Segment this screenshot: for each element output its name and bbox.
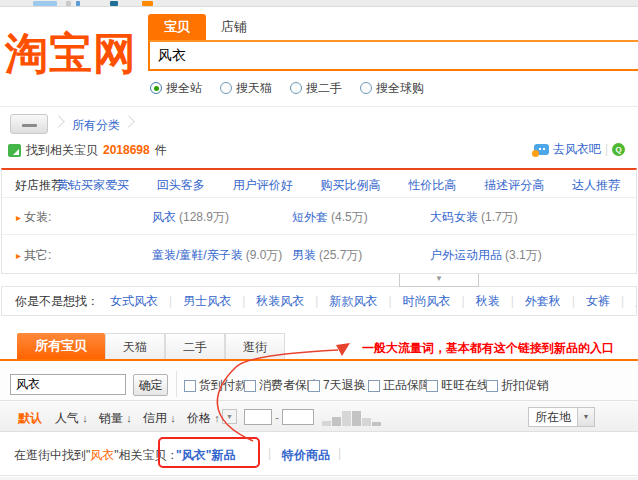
- annotation-text: 一般大流量词，基本都有这个链接到新品的入口: [362, 340, 614, 357]
- suggestion-link[interactable]: 风衣金凤: [635, 293, 637, 310]
- shop-filter-link[interactable]: 购买比例高: [320, 177, 380, 194]
- checkbox-authentic[interactable]: 正品保障: [368, 377, 431, 394]
- tab-secondhand[interactable]: 二手: [165, 333, 225, 359]
- toolbar-fragment-icon: [76, 1, 80, 6]
- browser-toolbar-sliver: [0, 0, 638, 7]
- result-count-row: 找到相关宝贝 2018698 件: [8, 142, 167, 158]
- confirm-button[interactable]: 确定: [133, 374, 168, 396]
- shop-recommend-row: 好店推荐： 黄钻买家爱买 回头客多 用户评价好 购买比例高 性价比高 描述评分高…: [2, 170, 636, 198]
- shop-filter-link[interactable]: 黄钻买家爱买: [57, 177, 129, 194]
- scope-label: 搜全球购: [376, 80, 424, 97]
- street-sale-items-link[interactable]: 特价商品: [282, 447, 330, 464]
- shop-filter-link[interactable]: 回头客多: [157, 177, 205, 194]
- scope-label: 搜天猫: [236, 80, 272, 97]
- taobao-logo[interactable]: 淘宝网: [5, 30, 145, 77]
- scope-radio-tmall[interactable]: 搜天猫: [220, 80, 272, 97]
- suggestion-link[interactable]: 女裤: [586, 293, 610, 310]
- search-tab-shop[interactable]: 店铺: [206, 14, 262, 40]
- checkbox-discount[interactable]: 折扣促销: [486, 377, 549, 394]
- search-tab-item[interactable]: 宝贝: [148, 14, 206, 40]
- breadcrumb-all-categories[interactable]: 所有分类: [72, 117, 120, 134]
- price-max-input[interactable]: [282, 409, 314, 425]
- main-search-input[interactable]: [148, 40, 638, 71]
- chevron-right-icon: [52, 115, 65, 128]
- chat-bubble-icon: [534, 144, 549, 155]
- street-keyword: 风衣: [90, 448, 114, 462]
- suggestion-link[interactable]: 秋装风衣: [256, 293, 304, 310]
- toolbar-fragment-icon: [110, 1, 118, 6]
- sort-bar: 默认 人气 ↓ 销量 ↓ 信用 ↓ 价格 ↑ ▼ - 所在地 ▼: [0, 400, 638, 432]
- category-link[interactable]: 户外运动用品: [430, 248, 502, 262]
- toolbar-fragment-icon: [66, 1, 71, 6]
- sort-price[interactable]: 价格 ↑: [187, 410, 220, 427]
- radio-icon: [150, 82, 162, 94]
- breadcrumb-collapse-button[interactable]: [10, 114, 48, 134]
- scope-radio-global[interactable]: 搜全球购: [360, 80, 424, 97]
- category-label: ▸女装:: [16, 209, 51, 226]
- shop-recommend-links: 黄钻买家爱买 回头客多 用户评价好 购买比例高 性价比高 描述评分高 达人推荐: [57, 177, 620, 194]
- category-link[interactable]: 大码女装: [430, 210, 478, 224]
- sort-popularity[interactable]: 人气 ↓: [55, 410, 88, 427]
- checkbox-label: 旺旺在线: [441, 377, 489, 394]
- sort-credit[interactable]: 信用 ↓: [143, 410, 176, 427]
- arrow-down-icon: ↓: [170, 412, 176, 424]
- checkbox-label: 7天退换: [323, 377, 366, 394]
- suggestion-link[interactable]: 新款风衣: [329, 293, 377, 310]
- checkbox-icon: [184, 380, 196, 392]
- divider: [176, 371, 177, 397]
- shop-filter-link[interactable]: 用户评价好: [233, 177, 293, 194]
- category-row-other: ▸其它: 童装/童鞋/亲子装(9.0万) 男装(25.7万) 户外运动用品(3.…: [2, 236, 636, 273]
- result-count: 2018698: [103, 143, 150, 157]
- result-marker-icon: [8, 144, 21, 157]
- category-row-women: ▸女装: 风衣(128.9万) 短外套(4.5万) 大码女装(1.7万): [2, 198, 636, 235]
- found-label: 找到相关宝贝: [26, 142, 98, 159]
- arrow-down-icon: ↓: [126, 412, 132, 424]
- suggestion-link[interactable]: 时尚风衣: [403, 293, 451, 310]
- shop-filter-link[interactable]: 性价比高: [408, 177, 456, 194]
- collapse-panel-button[interactable]: ▼: [399, 274, 479, 287]
- category-link[interactable]: 男装: [292, 248, 316, 262]
- keyword-refine-input[interactable]: [10, 374, 126, 395]
- category-count: (1.7万): [481, 210, 518, 224]
- sort-default[interactable]: 默认: [18, 410, 42, 427]
- street-result-bar: 在逛街中找到"风衣"相关宝贝： "风衣"新品 | 特价商品 |: [0, 432, 638, 476]
- scope-radio-all[interactable]: 搜全站: [150, 80, 202, 97]
- category-link[interactable]: 童装/童鞋/亲子装: [152, 248, 243, 262]
- location-select[interactable]: 所在地 ▼: [528, 407, 595, 427]
- checkbox-cod[interactable]: 货到付款: [184, 377, 247, 394]
- category-label: ▸其它:: [16, 247, 51, 264]
- category-link[interactable]: 短外套: [292, 210, 328, 224]
- checkbox-7day-return[interactable]: 7天退换: [308, 377, 366, 394]
- suggestion-link[interactable]: 男士风衣: [183, 293, 231, 310]
- checkbox-icon: [426, 380, 438, 392]
- scope-label: 搜二手: [306, 80, 342, 97]
- shop-filter-link[interactable]: 达人推荐: [572, 177, 620, 194]
- suggestion-link[interactable]: 秋装: [476, 293, 500, 310]
- category-count: (25.7万): [319, 248, 362, 262]
- taobao-search-page: 淘宝网 宝贝 店铺 搜全站 搜天猫 搜二手 搜全球购 所有分类 找到相关宝贝 2…: [0, 0, 638, 480]
- tab-street[interactable]: 逛街: [225, 333, 285, 359]
- sort-sales[interactable]: 销量 ↓: [99, 410, 132, 427]
- go-forum-link[interactable]: 去风衣吧: [553, 141, 601, 158]
- checkbox-wangwang-online[interactable]: 旺旺在线: [426, 377, 489, 394]
- price-min-input[interactable]: [244, 409, 272, 425]
- question-icon[interactable]: Q: [612, 143, 625, 156]
- category-link[interactable]: 风衣: [152, 210, 176, 224]
- tab-all-items[interactable]: 所有宝贝: [17, 333, 105, 359]
- shop-filter-link[interactable]: 描述评分高: [484, 177, 544, 194]
- arrow-down-icon: ↓: [82, 412, 88, 424]
- checkbox-icon: [244, 380, 256, 392]
- price-histogram: [322, 411, 381, 426]
- tab-tmall[interactable]: 天猫: [105, 333, 165, 359]
- category-count: (4.5万): [331, 210, 368, 224]
- divider: |: [242, 294, 245, 308]
- category-count: (128.9万): [179, 210, 229, 224]
- suggestion-link[interactable]: 女式风衣: [110, 293, 158, 310]
- suggestion-link[interactable]: 外套秋: [525, 293, 561, 310]
- location-label: 所在地: [528, 407, 578, 427]
- price-sort-dropdown[interactable]: ▼: [222, 409, 237, 424]
- divider: |: [315, 294, 318, 308]
- scope-radio-used[interactable]: 搜二手: [290, 80, 342, 97]
- street-new-items-link[interactable]: "风衣"新品: [176, 447, 235, 464]
- arrow-up-icon: ↑: [214, 412, 220, 424]
